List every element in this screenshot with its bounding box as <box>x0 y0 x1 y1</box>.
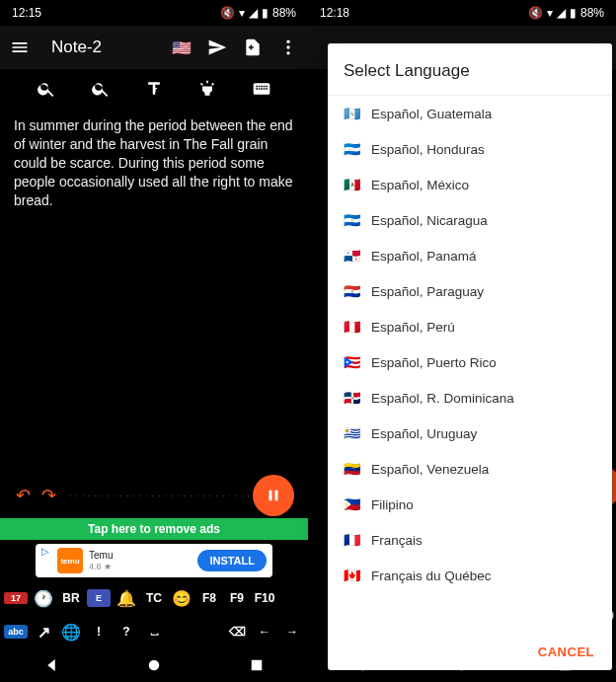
flag-icon: 🇬🇹 <box>344 106 361 121</box>
wifi-icon: ▾ <box>547 6 553 20</box>
key-backspace[interactable]: ⌫ <box>225 625 249 639</box>
wifi-icon: ▾ <box>239 6 245 20</box>
remove-ads-banner[interactable]: Tap here to remove ads <box>0 518 308 540</box>
language-option[interactable]: 🇵🇾Español, Paraguay <box>328 273 612 309</box>
language-option[interactable]: 🇺🇾Español, Uruguay <box>328 416 612 451</box>
status-right: 🔇 ▾ ◢ ▮ 88% <box>220 6 296 20</box>
key-f9[interactable]: F9 <box>225 591 249 605</box>
pause-button[interactable] <box>253 475 294 516</box>
key-globe[interactable]: 🌐 <box>59 623 83 642</box>
key-clock[interactable]: 🕐 <box>32 589 55 608</box>
undo-button[interactable]: ↶ <box>10 485 36 506</box>
zoom-in-button[interactable] <box>83 75 118 103</box>
highlight-button[interactable] <box>190 75 225 103</box>
status-time: 12:15 <box>12 6 41 20</box>
language-option[interactable]: 🇭🇳Español, Honduras <box>328 131 612 167</box>
zoom-out-button[interactable] <box>29 75 64 103</box>
language-name: Español, Panamá <box>371 249 477 264</box>
key-exclaim[interactable]: ! <box>87 625 111 639</box>
language-option[interactable]: 🇫🇷Français <box>328 522 612 558</box>
language-option[interactable]: 🇵🇷Español, Puerto Rico <box>328 344 612 380</box>
flag-icon: 🇵🇾 <box>344 283 361 299</box>
key-arrow-up[interactable]: ↗ <box>32 623 55 642</box>
nav-back[interactable] <box>350 656 368 674</box>
keyboard-button[interactable] <box>244 75 279 103</box>
language-option[interactable]: 🇵🇭Filipino <box>328 487 612 522</box>
svg-point-0 <box>286 40 289 43</box>
text-style-button[interactable] <box>136 75 172 103</box>
app-bar: Note-2 🇺🇸 <box>0 26 308 69</box>
nav-home[interactable] <box>145 656 163 674</box>
flag-icon: 🇻🇪 <box>344 461 361 477</box>
battery-text: 88% <box>580 6 604 20</box>
key-right[interactable]: → <box>280 625 304 639</box>
language-option[interactable]: 🇳🇮Español, Nicaragua <box>328 202 612 238</box>
language-name: Español, México <box>371 178 469 192</box>
overflow-button[interactable] <box>274 34 302 61</box>
key-question[interactable]: ? <box>115 625 138 639</box>
nav-recent[interactable] <box>556 656 574 674</box>
nav-bar <box>0 648 308 682</box>
nav-recent[interactable] <box>248 656 266 674</box>
language-option[interactable]: 🇵🇪Español, Perú <box>328 309 612 344</box>
key-smile[interactable]: 😊 <box>170 589 193 608</box>
language-option[interactable]: 🇩🇴Español, R. Dominicana <box>328 380 612 416</box>
redo-button[interactable]: ↷ <box>36 485 61 506</box>
language-name: Français du Québec <box>371 568 492 583</box>
battery-text: 88% <box>272 6 296 20</box>
language-name: Español, Paraguay <box>371 284 484 299</box>
language-option[interactable]: 🇲🇽Español, México <box>328 167 612 202</box>
new-note-button[interactable] <box>239 34 267 61</box>
ad-card[interactable]: ▷ temu Temu4.6 ★ INSTALL <box>36 544 272 577</box>
svg-point-3 <box>149 660 160 671</box>
flag-icon: 🇵🇪 <box>344 319 361 335</box>
key-br[interactable]: BR <box>59 591 83 605</box>
flag-icon: 🇭🇳 <box>344 141 361 157</box>
language-flag-button[interactable]: 🇺🇸 <box>168 34 195 61</box>
language-option[interactable]: 🇬🇹Español, Guatemala <box>328 96 612 131</box>
key-abc[interactable]: abc <box>4 625 28 639</box>
language-name: Español, Venezuela <box>371 462 489 477</box>
flag-icon: 🇨🇦 <box>344 568 361 583</box>
language-name: Español, Guatemala <box>371 107 492 121</box>
nav-bar <box>308 648 616 682</box>
action-row: ↶ ↷ · · · · · · · · · · · · · · · · · · … <box>0 473 308 518</box>
status-right: 🔇 ▾ ◢ ▮ 88% <box>528 6 604 20</box>
ad-play-icon: ▷ <box>41 546 49 557</box>
send-button[interactable] <box>203 34 231 61</box>
editor-text[interactable]: In summer during the period between the … <box>0 109 308 473</box>
svg-point-2 <box>286 51 289 54</box>
flag-icon: 🇺🇾 <box>344 425 361 441</box>
key-calendar[interactable]: 17 <box>4 592 28 604</box>
key-e[interactable]: E <box>87 589 111 607</box>
status-time: 12:18 <box>320 6 349 20</box>
flag-icon: 🇵🇭 <box>344 496 361 512</box>
ad-app-icon: temu <box>57 548 83 573</box>
flag-icon: 🇵🇷 <box>344 354 361 370</box>
svg-rect-6 <box>560 660 571 671</box>
dialog-title: Select Language <box>328 43 612 96</box>
language-option[interactable]: 🇻🇪Español, Venezuela <box>328 451 612 487</box>
key-bell[interactable]: 🔔 <box>115 589 138 608</box>
language-option[interactable]: 🇨🇦Français du Québec <box>328 558 612 593</box>
key-space[interactable]: ⎵ <box>142 625 166 639</box>
language-name: Español, R. Dominicana <box>371 391 514 406</box>
nav-back[interactable] <box>42 656 60 674</box>
battery-icon: ▮ <box>570 6 577 20</box>
svg-point-1 <box>286 45 289 48</box>
menu-button[interactable] <box>6 34 34 61</box>
key-left[interactable]: ← <box>253 625 276 639</box>
language-name: Español, Uruguay <box>371 426 477 441</box>
language-name: Español, Puerto Rico <box>371 355 497 370</box>
key-f10[interactable]: F10 <box>253 591 276 605</box>
key-tc[interactable]: TC <box>142 591 166 605</box>
language-option[interactable]: 🇵🇦Español, Panamá <box>328 238 612 273</box>
mute-icon: 🔇 <box>220 6 235 20</box>
key-f8[interactable]: F8 <box>197 591 221 605</box>
language-list[interactable]: 🇬🇹Español, Guatemala🇭🇳Español, Honduras🇲… <box>328 96 612 633</box>
ad-install-button[interactable]: INSTALL <box>197 550 267 571</box>
nav-home[interactable] <box>453 656 471 674</box>
svg-rect-4 <box>252 660 263 671</box>
ad-text: Temu4.6 ★ <box>89 550 192 572</box>
ad-banner: ▷ temu Temu4.6 ★ INSTALL <box>0 540 308 581</box>
